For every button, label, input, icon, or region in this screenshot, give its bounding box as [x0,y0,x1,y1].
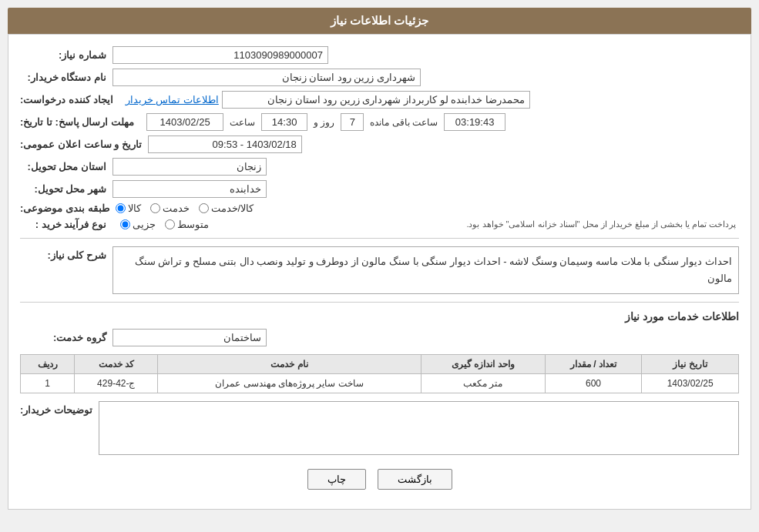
process-radio-group: متوسط جزیی [120,219,209,230]
process-jazee: جزیی [120,219,156,230]
deadline-row: 03:19:43 ساعت باقی مانده 7 روز و 14:30 س… [20,113,739,131]
category-khadamat: خدمت [150,202,190,214]
category-kala-khadamat: کالا/خدمت [199,202,254,214]
need-number-label: شماره نیاز: [20,49,113,61]
divider1 [20,238,739,239]
process-motavaset: متوسط [165,219,209,230]
category-khadamat-radio[interactable] [150,203,160,213]
cell-unit-0: متر مکعب [421,374,545,393]
need-number-row: 1103090989000007 شماره نیاز: [20,46,739,64]
comment-row: توضیحات خریدار: [20,401,739,457]
deadline-time-value: 14:30 [261,113,307,131]
deadline-label: مهلت ارسال پاسخ: تا تاریخ: [20,116,140,128]
service-group-value: ساختمان [113,329,267,346]
services-section-title: اطلاعات خدمات مورد نیاز [20,310,739,323]
page-title: جزئیات اطلاعات نیاز [8,8,751,34]
cell-row-0: 1 [21,374,75,393]
need-number-value: 1103090989000007 [113,46,328,64]
process-motavaset-label: متوسط [177,219,209,230]
col-unit-header: واحد اندازه گیری [421,355,545,374]
contact-info-link[interactable]: اطلاعات تماس خریدار [126,94,219,105]
province-value: زنجان [113,158,267,176]
deadline-days-value: 7 [341,113,364,131]
category-kala-khadamat-radio[interactable] [199,203,209,213]
description-value: احداث دیوار سنگی با ملات ماسه وسیمان وسن… [113,246,739,294]
col-row-header: ردیف [21,355,75,374]
process-label: نوع فرآیند خرید : [20,219,113,230]
buyer-comments-label: توضیحات خریدار: [20,401,99,416]
category-label: طبقه بندی موضوعی: [20,202,116,214]
buyer-comments-textarea[interactable] [99,401,739,455]
province-row: زنجان استان محل تحویل: [20,158,739,176]
process-jazee-label: جزیی [133,219,156,230]
cell-code-0: ج-42-429 [75,374,158,393]
category-kala-khadamat-label: کالا/خدمت [211,202,254,214]
main-content: 1103090989000007 شماره نیاز: شهرداری زری… [8,34,751,510]
announce-value: 1403/02/18 - 09:53 [148,136,302,153]
cell-name-0: ساخت سایر پروژه‌های مهندسی عمران [158,374,421,393]
services-table-section: تاریخ نیاز تعداد / مقدار واحد اندازه گیر… [20,354,739,393]
category-kala-label: کالا [128,202,141,214]
city-label: شهر محل تحویل: [20,183,113,195]
process-row: پرداخت تمام یا بخشی از مبلغ خریدار از مح… [20,219,739,230]
col-quantity-header: تعداد / مقدار [545,355,642,374]
announce-row: 1403/02/18 - 09:53 تاریخ و ساعت اعلان عم… [20,136,739,153]
col-code-header: کد خدمت [75,355,158,374]
category-kala: کالا [116,202,141,214]
cell-quantity-0: 600 [545,374,642,393]
category-kala-radio[interactable] [116,203,126,213]
deadline-days-label: روز و [314,117,334,128]
process-motavaset-radio[interactable] [165,219,175,229]
deadline-remaining-value: 03:19:43 [444,113,505,131]
table-header-row: تاریخ نیاز تعداد / مقدار واحد اندازه گیر… [21,355,739,374]
services-table: تاریخ نیاز تعداد / مقدار واحد اندازه گیر… [20,354,739,393]
buyer-org-value: شهرداری زرین رود استان زنجان [113,69,421,86]
deadline-time-label: ساعت [230,117,255,128]
requester-row: محمدرضا خدابنده لو کاربرداز شهرداری زرین… [20,91,739,109]
description-row: احداث دیوار سنگی با ملات ماسه وسیمان وسن… [20,246,739,294]
category-khadamat-label: خدمت [163,202,190,214]
buyer-org-row: شهرداری زرین رود استان زنجان نام دستگاه … [20,69,739,86]
category-row: کالا/خدمت خدمت کالا طبقه بندی موضوعی: [20,202,739,214]
comment-area-wrapper [99,401,739,457]
table-row: 1403/02/25 600 متر مکعب ساخت سایر پروژه‌… [21,374,739,393]
requester-label: ایجاد کننده درخواست: [20,94,119,105]
print-button[interactable]: چاپ [307,469,366,490]
cell-date-0: 1403/02/25 [642,374,739,393]
city-row: خدابنده شهر محل تحویل: [20,180,739,198]
province-label: استان محل تحویل: [20,161,113,172]
divider2 [20,302,739,303]
col-name-header: نام خدمت [158,355,421,374]
buyer-org-label: نام دستگاه خریدار: [20,72,113,83]
page-container: جزئیات اطلاعات نیاز 1103090989000007 شما… [0,0,759,517]
description-label: شرح کلی نیاز: [20,246,113,261]
service-group-row: ساختمان گروه خدمت: [20,329,739,346]
deadline-remaining-label: ساعت باقی مانده [370,117,438,128]
col-date-header: تاریخ نیاز [642,355,739,374]
category-radio-group: کالا/خدمت خدمت کالا [116,202,254,214]
back-button[interactable]: بازگشت [378,469,452,490]
deadline-date-value: 1403/02/25 [146,113,223,131]
process-jazee-radio[interactable] [120,219,130,229]
announce-label: تاریخ و ساعت اعلان عمومی: [20,139,148,150]
requester-value: محمدرضا خدابنده لو کاربرداز شهرداری زرین… [222,91,530,109]
buttons-row: بازگشت چاپ [20,469,739,497]
process-note: پرداخت تمام یا بخشی از مبلغ خریدار از مح… [209,219,739,229]
city-value: خدابنده [113,180,267,198]
service-group-label: گروه خدمت: [20,332,113,343]
